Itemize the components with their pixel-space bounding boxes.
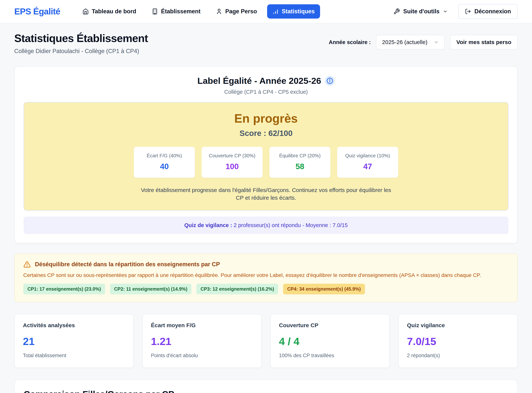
wrench-icon <box>393 8 400 15</box>
stat-title: Activités analysées <box>23 322 125 329</box>
quiz-vigilance-banner: Quiz de vigilance : 2 professeur(s) ont … <box>24 216 508 234</box>
nav-item-label: Page Perso <box>225 8 257 15</box>
logout-button[interactable]: Déconnexion <box>458 4 518 19</box>
cp1-badge: CP1: 17 enseignement(s) (23.0%) <box>23 284 105 294</box>
main-nav: Tableau de bord Établissement Page Perso… <box>77 4 320 19</box>
stat-card-quiz: Quiz vigilance 7.0/15 2 répondant(s) <box>398 314 518 368</box>
stat-value: 4 / 4 <box>279 335 381 347</box>
metric-value: 100 <box>205 162 259 171</box>
label-status: En progrès <box>33 112 499 125</box>
nav-item-label: Établissement <box>161 8 201 15</box>
logout-label: Déconnexion <box>474 8 511 15</box>
warning-title: Déséquilibre détecté dans la répartition… <box>35 261 220 268</box>
cp4-badge: CP4: 34 enseignement(s) (45.9%) <box>283 284 365 294</box>
metric-card-equilibre-cp: Équilibre CP (20%) 58 <box>269 147 330 178</box>
metric-card-ecart-fg: Écart F/G (40%) 40 <box>134 147 195 178</box>
stat-subtitle: 100% des CP travaillées <box>279 353 381 359</box>
stat-card-couverture: Couverture CP 4 / 4 100% des CP travaill… <box>270 314 390 368</box>
chevron-down-icon <box>434 40 439 45</box>
stat-title: Couverture CP <box>279 322 381 329</box>
building-icon <box>152 8 158 15</box>
metric-label: Équilibre CP (20%) <box>273 153 327 159</box>
home-icon <box>82 8 89 15</box>
logout-icon <box>465 8 471 15</box>
metric-label: Écart F/G (40%) <box>138 153 191 159</box>
user-icon <box>216 8 222 15</box>
stat-card-ecart-moyen: Écart moyen F/G 1.21 Points d'écart abso… <box>142 314 262 368</box>
label-card-subtitle: Collège (CP1 à CP4 - CP5 exclue) <box>24 89 508 95</box>
metric-value: 47 <box>341 162 394 171</box>
stat-subtitle: Points d'écart absolu <box>151 353 253 359</box>
label-score: Score : 62/100 <box>33 129 499 138</box>
year-label: Année scolaire : <box>329 39 371 45</box>
label-egalite-card: Label Égalité - Année 2025-26 Collège (C… <box>14 66 518 243</box>
nav-right-group: Suite d'outils Déconnexion <box>393 4 518 19</box>
nav-item-page-perso[interactable]: Page Perso <box>211 4 262 19</box>
metric-label: Quiz vigilance (10%) <box>341 153 394 159</box>
score-box: En progrès Score : 62/100 Écart F/G (40%… <box>24 102 508 211</box>
metric-value: 58 <box>273 162 327 171</box>
metric-row: Écart F/G (40%) 40 Couverture CP (30%) 1… <box>33 147 499 178</box>
metric-label: Couverture CP (30%) <box>205 153 259 159</box>
cp2-badge: CP2: 11 enseignement(s) (14.9%) <box>110 284 191 294</box>
page-title: Statistiques Établissement <box>14 32 148 44</box>
tools-label: Suite d'outils <box>403 8 439 15</box>
comparison-chart-card: Comparaison Filles/Garçons par CP Moyenn… <box>14 379 518 393</box>
chevron-down-icon <box>443 9 448 14</box>
nav-item-tableau-de-bord[interactable]: Tableau de bord <box>77 4 141 19</box>
bar-chart-icon <box>272 8 279 15</box>
info-icon[interactable] <box>325 76 335 86</box>
warning-triangle-icon <box>23 261 31 268</box>
stats-perso-button[interactable]: Voir mes stats perso <box>450 35 518 49</box>
stat-card-row: Activités analysées 21 Total établisseme… <box>14 314 518 368</box>
stat-value: 21 <box>23 335 125 347</box>
nav-item-etablissement[interactable]: Établissement <box>146 4 206 19</box>
cp-badge-row: CP1: 17 enseignement(s) (23.0%) CP2: 11 … <box>23 284 509 294</box>
stat-title: Quiz vigilance <box>407 322 509 329</box>
metric-card-quiz-vigilance: Quiz vigilance (10%) 47 <box>337 147 398 178</box>
comparison-title: Comparaison Filles/Garçons par CP <box>24 389 508 393</box>
cp3-badge: CP3: 12 enseignement(s) (16.2%) <box>196 284 278 294</box>
nav-item-label: Tableau de bord <box>92 8 136 15</box>
stat-value: 7.0/15 <box>407 335 509 347</box>
score-description: Votre établissement progresse dans l'éga… <box>136 186 396 201</box>
label-card-title: Label Égalité - Année 2025-26 <box>197 76 321 86</box>
stat-value: 1.21 <box>151 335 253 347</box>
stat-subtitle: 2 répondant(s) <box>407 353 509 359</box>
year-controls: Année scolaire : 2025-26 (actuelle) Voir… <box>329 35 518 49</box>
year-select-value: 2025-26 (actuelle) <box>382 39 427 45</box>
page-subtitle: Collège Didier Patoulachi - Collège (CP1… <box>14 48 148 54</box>
nav-item-label: Statistiques <box>282 8 315 15</box>
stat-card-activites: Activités analysées 21 Total établisseme… <box>14 314 134 368</box>
year-select[interactable]: 2025-26 (actuelle) <box>376 35 445 49</box>
stat-subtitle: Total établissement <box>23 353 125 359</box>
warning-card: Déséquilibre détecté dans la répartition… <box>14 254 518 302</box>
quiz-banner-bold: Quiz de vigilance : <box>184 222 232 228</box>
quiz-banner-text: 2 professeur(s) ont répondu - Moyenne : … <box>232 222 348 228</box>
metric-value: 40 <box>138 162 191 171</box>
stat-title: Écart moyen F/G <box>151 322 253 329</box>
nav-item-statistiques[interactable]: Statistiques <box>267 4 320 19</box>
app-logo[interactable]: EPS Égalité <box>14 6 60 16</box>
warning-body: Certaines CP sont sur ou sous-représenté… <box>23 271 509 279</box>
metric-card-couverture-cp: Couverture CP (30%) 100 <box>202 147 263 178</box>
top-navbar: EPS Égalité Tableau de bord Établissemen… <box>0 0 532 23</box>
page-header: Statistiques Établissement Collège Didie… <box>14 32 518 54</box>
tools-menu[interactable]: Suite d'outils <box>393 8 448 15</box>
